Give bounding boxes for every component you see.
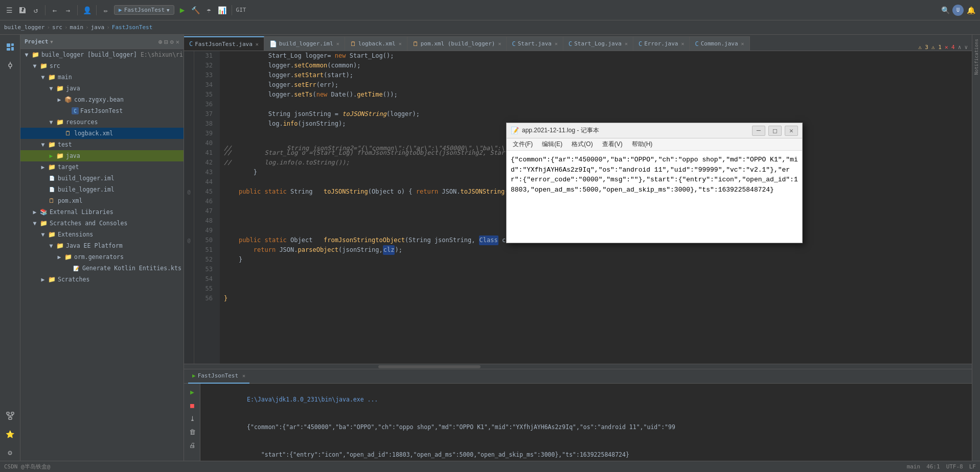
run-tab-close[interactable]: ✕ bbox=[242, 373, 245, 379]
tree-item-target[interactable]: ▶ 📁 target bbox=[20, 161, 184, 173]
tree-item-logback[interactable]: ▶ 🗒 logback.xml bbox=[20, 128, 184, 139]
warning-nav-down[interactable]: ∨ bbox=[964, 44, 968, 51]
tree-item-orm[interactable]: ▶ 📁 orm.generators bbox=[20, 251, 184, 263]
lf-indicator: LF bbox=[969, 463, 976, 470]
svg-rect-0 bbox=[7, 43, 10, 47]
notepad-maximize-btn[interactable]: □ bbox=[768, 126, 782, 136]
tree-item-main[interactable]: ▼ 📁 main bbox=[20, 72, 184, 83]
breadcrumb-src[interactable]: src bbox=[52, 24, 62, 31]
project-view-icon[interactable] bbox=[2, 39, 18, 55]
tab-start-log[interactable]: C Start_Log.java ✕ bbox=[563, 36, 633, 51]
tab-close-btn[interactable]: ✕ bbox=[555, 41, 558, 46]
notifications-icon[interactable]: 🔔 bbox=[966, 5, 976, 15]
clear-btn[interactable]: 🗑 bbox=[186, 426, 198, 438]
favorites-icon[interactable]: ⭐ bbox=[2, 426, 18, 442]
code-line-52: } bbox=[224, 255, 968, 265]
tab-close-btn[interactable]: ✕ bbox=[336, 41, 339, 46]
tab-common[interactable]: C Common.java ✕ bbox=[690, 36, 749, 51]
tab-build-logger[interactable]: 📄 build_logger.iml ✕ bbox=[264, 36, 345, 51]
structure-icon[interactable] bbox=[2, 408, 18, 424]
tree-locate-icon[interactable]: ⊕ bbox=[158, 38, 162, 45]
user-icon[interactable]: 👤 bbox=[82, 5, 92, 15]
forward-icon[interactable]: → bbox=[63, 5, 73, 15]
run-tab[interactable]: ▶ FastJsonTest ✕ bbox=[188, 369, 249, 384]
warning-nav-up[interactable]: ∧ bbox=[958, 44, 962, 51]
notepad-close-btn[interactable]: ✕ bbox=[785, 126, 798, 136]
breadcrumb-file[interactable]: FastJsonTest bbox=[112, 24, 152, 31]
tree-item-extensions[interactable]: ▼ 📁 Extensions bbox=[20, 229, 184, 240]
tree-item-build-iml[interactable]: ▶ 📄 build_logger.iml bbox=[20, 173, 184, 184]
tab-close-btn[interactable]: ✕ bbox=[498, 41, 501, 46]
tab-close-btn[interactable]: ✕ bbox=[399, 41, 402, 46]
project-tree: Project ▼ ⊕ ⊟ ⚙ ✕ ▼ 📁 buile_logger [buil… bbox=[20, 35, 184, 461]
svg-rect-3 bbox=[11, 47, 14, 51]
main-toolbar: ☰ ↺ ← → 👤 ✏ ▶ FastJsonTest ▼ ▶ 🔨 ☂ 📊 GIT… bbox=[0, 0, 980, 20]
tab-start[interactable]: C Start.java ✕ bbox=[507, 36, 563, 51]
tab-close-btn[interactable]: ✕ bbox=[256, 41, 259, 47]
tree-item-fastjson[interactable]: ▶ C FastJsonTest bbox=[20, 105, 184, 116]
tree-settings-icon[interactable]: ⚙ bbox=[170, 38, 174, 45]
tree-item-pom[interactable]: ▶ 🗒 pom.xml bbox=[20, 195, 184, 206]
edit-icon[interactable]: ✏ bbox=[101, 5, 111, 15]
git-icon[interactable]: GIT bbox=[236, 5, 246, 15]
menu-view[interactable]: 查看(V) bbox=[598, 139, 627, 150]
user-avatar[interactable]: U bbox=[952, 5, 964, 16]
tab-error[interactable]: C Error.java ✕ bbox=[633, 36, 690, 51]
svg-rect-7 bbox=[7, 412, 9, 414]
tab-close-btn[interactable]: ✕ bbox=[625, 41, 628, 46]
gutter-42 bbox=[184, 158, 194, 168]
tab-pom[interactable]: 🗒 pom.xml (build_logger) ✕ bbox=[407, 36, 507, 51]
notepad-content[interactable]: {"common":{"ar":"450000","ba":"OPPO","ch… bbox=[507, 151, 802, 243]
tab-fastjsontest[interactable]: C FastJsonTest.java ✕ bbox=[184, 36, 264, 51]
tree-header: Project ▼ ⊕ ⊟ ⚙ ✕ bbox=[20, 35, 184, 49]
breadcrumb-main[interactable]: main bbox=[70, 24, 84, 31]
scroll-end-btn[interactable]: ⤓ bbox=[186, 412, 198, 424]
search-icon[interactable]: 🔍 bbox=[940, 5, 950, 15]
h-scrollbar[interactable] bbox=[184, 364, 972, 369]
tree-collapse-icon[interactable]: ⊟ bbox=[164, 38, 168, 45]
tree-item-src[interactable]: ▼ 📁 src bbox=[20, 60, 184, 72]
tree-close-icon[interactable]: ✕ bbox=[176, 38, 179, 45]
run-button[interactable]: ▶ bbox=[177, 5, 188, 15]
gutter-37 bbox=[184, 109, 194, 119]
run-config[interactable]: ▶ FastJsonTest ▼ bbox=[114, 5, 174, 15]
tab-logback[interactable]: 🗒 logback.xml ✕ bbox=[345, 36, 407, 51]
tree-item-ext-libs[interactable]: ▶ 📚 External Libraries bbox=[20, 206, 184, 218]
menu-help[interactable]: 帮助(H) bbox=[628, 139, 657, 150]
tree-item-package[interactable]: ▶ 📦 com.zygxy.bean bbox=[20, 94, 184, 105]
tree-item-java[interactable]: ▼ 📁 java bbox=[20, 83, 184, 94]
sync-icon[interactable]: ↺ bbox=[31, 5, 41, 15]
tree-item-scratches[interactable]: ▶ 📁 Scratches bbox=[20, 274, 184, 285]
commit-icon[interactable] bbox=[2, 57, 18, 74]
tab-close-btn[interactable]: ✕ bbox=[741, 41, 744, 46]
settings-bottom-icon[interactable]: ⚙ bbox=[2, 444, 18, 461]
menu-file[interactable]: 文件(F) bbox=[509, 139, 537, 150]
tree-item-buile-iml[interactable]: ▶ 📄 buile_logger.iml bbox=[20, 184, 184, 195]
stop-btn[interactable]: ■ bbox=[186, 399, 198, 411]
right-sidebar-label[interactable]: Notifications bbox=[974, 37, 979, 77]
rerun-btn[interactable]: ▶ bbox=[186, 386, 198, 398]
build-icon[interactable]: 🔨 bbox=[191, 5, 201, 15]
profiler-icon[interactable]: 📊 bbox=[217, 5, 227, 15]
back-icon[interactable]: ← bbox=[50, 5, 60, 15]
tab-close-btn[interactable]: ✕ bbox=[681, 41, 684, 46]
tree-item-kotlin[interactable]: ▶ 📝 Generate Kotlin Entities.kts bbox=[20, 263, 184, 274]
breadcrumb-java[interactable]: java bbox=[91, 24, 105, 31]
tree-item-scratches-consoles[interactable]: ▼ 📁 Scratches and Consoles bbox=[20, 218, 184, 229]
tab-start-icon: C bbox=[512, 40, 515, 48]
save-icon[interactable] bbox=[17, 5, 28, 15]
menu-icon[interactable]: ☰ bbox=[4, 5, 14, 15]
tree-item-javaee[interactable]: ▼ 📁 Java EE Platform bbox=[20, 240, 184, 251]
print-btn[interactable]: 🖨 bbox=[186, 439, 198, 451]
menu-format[interactable]: 格式(O) bbox=[567, 139, 597, 150]
tree-item-root[interactable]: ▼ 📁 buile_logger [build_logger] E:\shixu… bbox=[20, 49, 184, 60]
tree-item-java-test[interactable]: ▶ 📁 java bbox=[20, 150, 184, 161]
tree-item-resources[interactable]: ▼ 📁 resources bbox=[20, 116, 184, 128]
menu-edit[interactable]: 编辑(E) bbox=[538, 139, 566, 150]
gutter-33 bbox=[184, 70, 194, 80]
breadcrumb-root[interactable]: buile_logger bbox=[4, 24, 44, 31]
notepad-minimize-btn[interactable]: ─ bbox=[752, 126, 765, 136]
tab-java-icon: C bbox=[189, 40, 193, 48]
coverage-icon[interactable]: ☂ bbox=[204, 5, 214, 15]
tree-item-test[interactable]: ▼ 📁 test bbox=[20, 139, 184, 150]
